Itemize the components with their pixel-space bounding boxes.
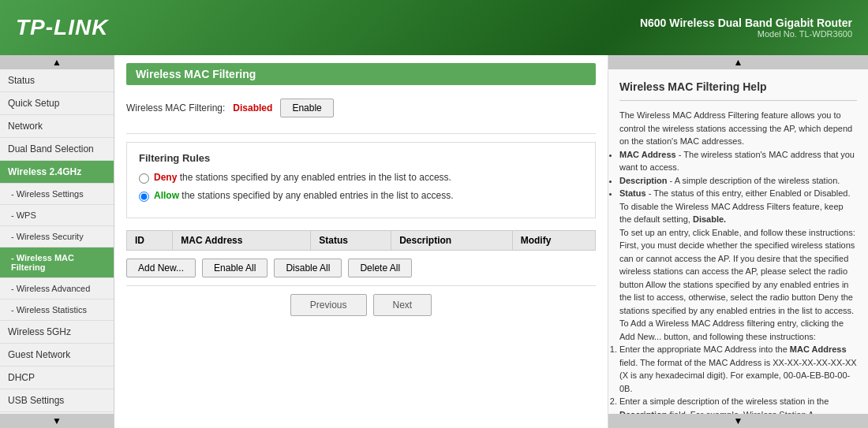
enable-all-button[interactable]: Enable All — [202, 259, 268, 277]
sidebar-item-dual-band-selection[interactable]: Dual Band Selection — [0, 138, 114, 161]
product-name: N600 Wireless Dual Band Gigabit Router — [640, 17, 852, 29]
col-status: Status — [311, 231, 391, 251]
help-panel: ▲ Wireless MAC Filtering Help The Wirele… — [608, 55, 868, 428]
mac-filtering-row: Wireless MAC Filtering: Disabled Enable — [126, 95, 596, 121]
sidebar-item-wireless-mac-filtering[interactable]: - Wireless MAC Filtering — [0, 247, 114, 278]
help-bullet-desc: Description - A simple description of th… — [619, 174, 857, 188]
help-setup-body: First, you must decide whether the speci… — [619, 239, 857, 317]
sidebar-item-quick-setup[interactable]: Quick Setup — [0, 92, 114, 115]
help-bullet-status: Status - The status of this entry, eithe… — [619, 187, 857, 200]
help-disable-note: To disable the Wireless MAC Address Filt… — [619, 200, 857, 226]
sidebar-item-usb-settings[interactable]: USB Settings — [0, 389, 114, 412]
deny-label: Deny — [154, 172, 177, 183]
main-content: Wireless MAC Filtering Wireless MAC Filt… — [114, 55, 608, 428]
sidebar-item-wireless-5ghz[interactable]: Wireless 5GHz — [0, 321, 114, 344]
mac-filtering-label: Wireless MAC Filtering: — [126, 102, 225, 114]
col-id: ID — [127, 231, 173, 251]
allow-radio[interactable] — [139, 192, 149, 202]
col-mac-address: MAC Address — [173, 231, 311, 251]
allow-description: the stations specified by any enabled en… — [181, 190, 453, 201]
col-description: Description — [391, 231, 513, 251]
help-step2: Enter a simple description of the wirele… — [619, 395, 857, 414]
help-bullet-mac: MAC Address - The wireless station's MAC… — [619, 148, 857, 174]
deny-radio-row: Deny the stations specified by any enabl… — [139, 172, 583, 184]
help-intro: The Wireless MAC Address Filtering featu… — [619, 109, 857, 148]
nav-buttons: Previous Next — [126, 294, 596, 316]
sidebar-item-wps[interactable]: - WPS — [0, 205, 114, 226]
allow-radio-row: Allow the stations specified by any enab… — [139, 190, 583, 202]
help-step1: Enter the appropriate MAC Address into t… — [619, 343, 857, 395]
header-info: N600 Wireless Dual Band Gigabit Router M… — [640, 17, 852, 39]
sidebar-item-network[interactable]: Network — [0, 115, 114, 138]
sidebar-item-wireless-security[interactable]: - Wireless Security — [0, 226, 114, 247]
sidebar-item-dhcp[interactable]: DHCP — [0, 367, 114, 389]
help-content: Wireless MAC Filtering Help The Wireless… — [608, 69, 868, 414]
enable-button[interactable]: Enable — [280, 99, 333, 117]
sidebar-item-wireless-24[interactable]: Wireless 2.4GHz — [0, 161, 114, 184]
content-area: Wireless MAC Filtering Wireless MAC Filt… — [114, 55, 868, 428]
sidebar-item-wireless-statistics[interactable]: - Wireless Statistics — [0, 300, 114, 321]
table-section: IDMAC AddressStatusDescriptionModify — [126, 230, 596, 251]
mac-filtering-status: Disabled — [233, 102, 272, 114]
help-add-note: To Add a Wireless MAC Address filtering … — [619, 317, 857, 343]
page-title: Wireless MAC Filtering — [126, 63, 596, 85]
sidebar-item-guest-network[interactable]: Guest Network — [0, 344, 114, 367]
previous-button[interactable]: Previous — [290, 294, 367, 316]
sidebar-items: StatusQuick SetupNetworkDual Band Select… — [0, 69, 114, 414]
help-scroll-down[interactable]: ▼ — [608, 414, 868, 428]
filtering-rules-title: Filtering Rules — [139, 152, 583, 164]
sidebar-item-status[interactable]: Status — [0, 69, 114, 92]
main-layout: ▲ StatusQuick SetupNetworkDual Band Sele… — [0, 55, 868, 428]
header: TP-LINK N600 Wireless Dual Band Gigabit … — [0, 0, 868, 55]
action-buttons: Add New... Enable All Disable All Delete… — [126, 259, 596, 277]
sidebar: ▲ StatusQuick SetupNetworkDual Band Sele… — [0, 55, 114, 428]
disable-all-button[interactable]: Disable All — [274, 259, 342, 277]
sidebar-scroll-up[interactable]: ▲ — [0, 55, 114, 69]
add-new-button[interactable]: Add New... — [126, 259, 196, 277]
sidebar-item-wireless-advanced[interactable]: - Wireless Advanced — [0, 278, 114, 300]
delete-all-button[interactable]: Delete All — [348, 259, 412, 277]
filter-table: IDMAC AddressStatusDescriptionModify — [126, 230, 596, 251]
deny-radio[interactable] — [139, 173, 149, 184]
logo: TP-LINK — [16, 15, 108, 40]
table-header-row: IDMAC AddressStatusDescriptionModify — [127, 231, 596, 251]
deny-description: the stations specified by any enabled en… — [180, 172, 451, 183]
help-title: Wireless MAC Filtering Help — [619, 79, 857, 101]
sidebar-item-wireless-settings[interactable]: - Wireless Settings — [0, 184, 114, 205]
help-scroll-up[interactable]: ▲ — [608, 55, 868, 69]
sidebar-scroll-down[interactable]: ▼ — [0, 414, 114, 428]
model-number: Model No. TL-WDR3600 — [640, 29, 852, 39]
filtering-rules-section: Filtering Rules Deny the stations specif… — [126, 142, 596, 218]
next-button[interactable]: Next — [373, 294, 432, 316]
allow-label: Allow — [154, 190, 179, 201]
help-setup-intro: To set up an entry, click Enable, and fo… — [619, 226, 857, 240]
col-modify: Modify — [512, 231, 595, 251]
